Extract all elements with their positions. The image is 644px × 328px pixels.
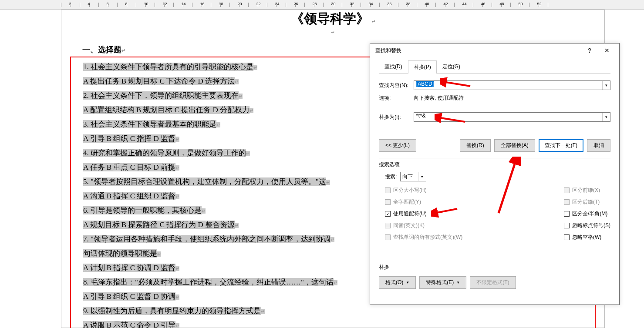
format-button[interactable]: 格式(O)▼ (379, 276, 416, 289)
svg-line-0 (443, 82, 470, 86)
fullhalf-checkbox[interactable]: 区分全/半角(M) (564, 210, 610, 218)
word-forms-checkbox: 查找单词的所有形式(英文)(W) (385, 234, 564, 241)
svg-line-3 (435, 209, 457, 213)
special-format-button[interactable]: 特殊格式(E)▼ (419, 276, 466, 289)
find-label: 查找内容(N): (379, 82, 414, 89)
title-text: 《领导科学》 (291, 11, 369, 26)
replace-section-label: 替换 (379, 264, 610, 271)
document-line[interactable]: A 说服 B 示范 C 命令 D 引导↵ (83, 318, 583, 328)
options-label: 选项: (379, 94, 414, 102)
replace-label: 替换为(I): (379, 114, 414, 121)
chevron-down-icon[interactable]: ▾ (418, 172, 426, 181)
prefix-checkbox: 区分前缀(X) (564, 187, 610, 194)
tab-replace[interactable]: 替换(P) (408, 60, 437, 74)
sounds-like-checkbox: 同音(英文)(K) (385, 222, 564, 229)
suffix-checkbox: 区分后缀(T) (564, 198, 610, 206)
wildcards-checkbox[interactable]: ✓使用通配符(U) (385, 210, 564, 218)
annotation-arrow-icon (435, 112, 469, 125)
tab-find[interactable]: 查找(D) (379, 60, 408, 73)
search-direction-label: 搜索: (385, 173, 397, 181)
tab-goto[interactable]: 定位(G) (437, 60, 466, 73)
find-dropdown-icon[interactable]: ▾ (602, 81, 610, 90)
dialog-title: 查找和替换 (374, 47, 581, 54)
close-icon[interactable]: ✕ (598, 47, 616, 54)
find-input-value: [ABCD] (416, 81, 434, 87)
horizontal-ruler: 2468101214161820222426283032343638404244… (0, 0, 644, 10)
dialog-titlebar[interactable]: 查找和替换 ? ✕ (370, 44, 619, 57)
help-button[interactable]: ? (581, 47, 598, 54)
replace-input-value: ^t^& (416, 113, 426, 119)
annotation-arrow-icon (431, 205, 462, 218)
less-button[interactable]: << 更少(L) (379, 139, 416, 152)
find-next-button[interactable]: 查找下一处(F) (539, 139, 583, 152)
document-line[interactable]: 9. 以强制性为后盾，具有明显约束力的领导指挥方式是↵ (83, 304, 583, 318)
search-direction-select[interactable]: 向下 ▾ (400, 172, 426, 181)
paragraph-mark-icon: ↵ (372, 19, 375, 24)
ignore-punct-checkbox[interactable]: 忽略标点符号(S) (564, 222, 610, 229)
replace-button[interactable]: 替换(R) (460, 139, 491, 152)
match-case-checkbox: 区分大小写(H) (385, 187, 564, 194)
svg-line-2 (499, 160, 516, 213)
ignore-space-checkbox[interactable]: 忽略空格(W) (564, 234, 610, 241)
replace-all-button[interactable]: 全部替换(A) (494, 139, 535, 152)
document-title: 《领导科学》↵ (61, 10, 604, 28)
no-format-button: 不限定格式(T) (470, 276, 516, 289)
empty-paragraph: ↵ (61, 28, 604, 36)
cancel-button[interactable]: 取消 (587, 139, 610, 152)
options-value: 向下搜索, 使用通配符 (414, 94, 464, 102)
whole-word-checkbox: 全字匹配(Y) (385, 198, 564, 206)
svg-line-1 (438, 117, 465, 122)
replace-dropdown-icon[interactable]: ▾ (602, 113, 610, 121)
dialog-tabs: 查找(D) 替换(P) 定位(G) (379, 60, 610, 74)
annotation-arrow-icon (440, 77, 475, 90)
annotation-arrow-icon (492, 157, 523, 218)
